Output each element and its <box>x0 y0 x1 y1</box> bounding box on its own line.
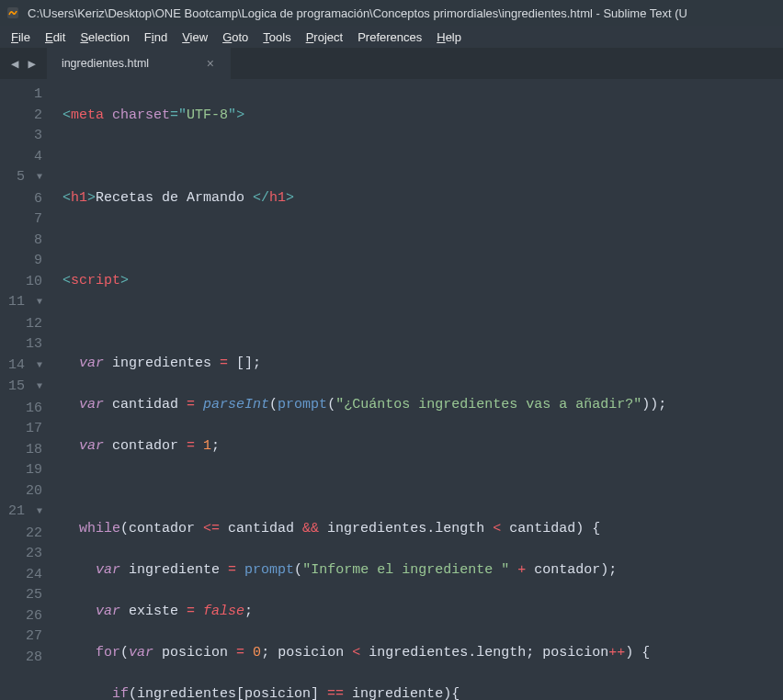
fold-icon[interactable]: ▼ <box>33 167 42 188</box>
code-line: for(var posicion = 0; posicion < ingredi… <box>62 643 666 664</box>
line-number: 26 <box>0 606 51 627</box>
line-number: 15 ▼ <box>0 377 51 399</box>
fold-icon[interactable]: ▼ <box>33 292 42 313</box>
code-line: var cantidad = parseInt(prompt("¿Cuántos… <box>62 395 666 416</box>
line-number: 19 <box>0 460 51 481</box>
code-line: <script> <box>62 271 666 292</box>
menu-preferences[interactable]: Preferences <box>350 28 429 46</box>
menu-project[interactable]: Project <box>299 28 350 46</box>
line-number: 14 ▼ <box>0 356 51 378</box>
line-number: 23 <box>0 544 51 565</box>
line-number: 5 ▼ <box>0 167 51 189</box>
code-line: var contador = 1; <box>62 436 666 457</box>
line-number: 18 <box>0 440 51 461</box>
menu-tools[interactable]: Tools <box>255 28 298 46</box>
fold-icon[interactable]: ▼ <box>33 356 42 377</box>
code-line: var ingredientes = []; <box>62 354 666 375</box>
nav-forward-icon[interactable]: ▶ <box>24 54 39 73</box>
line-number: 2 <box>0 106 51 127</box>
code-line <box>62 478 666 499</box>
tab-label: ingredientes.html <box>62 57 149 70</box>
line-number: 20 <box>0 481 51 502</box>
fold-icon[interactable]: ▼ <box>33 502 42 523</box>
line-number: 12 <box>0 314 51 335</box>
tab-ingredientes[interactable]: ingredientes.html × <box>47 48 231 79</box>
code-line: while(contador <= cantidad && ingredient… <box>62 519 666 540</box>
line-number: 4 <box>0 147 51 168</box>
app-icon <box>6 6 20 20</box>
line-number: 25 <box>0 585 51 606</box>
line-number: 3 <box>0 126 51 147</box>
line-number: 24 <box>0 565 51 586</box>
menu-help[interactable]: Help <box>429 28 469 46</box>
line-number: 10 <box>0 272 51 293</box>
menu-file[interactable]: File <box>4 28 38 46</box>
line-number: 17 <box>0 419 51 440</box>
nav-back-icon[interactable]: ◀ <box>7 54 22 73</box>
line-number: 7 <box>0 209 51 231</box>
tab-close-icon[interactable]: × <box>203 56 218 71</box>
gutter: 1 2 3 4 5 ▼ 6 7 8 9 10 11 ▼ 12 13 14 ▼ 1… <box>0 79 51 700</box>
fold-icon[interactable]: ▼ <box>33 377 42 398</box>
code-line <box>62 312 666 333</box>
line-number: 6 <box>0 189 51 210</box>
code-line: <h1>Recetas de Armando </h1> <box>62 188 666 209</box>
line-number: 8 <box>0 231 51 252</box>
code-line: if(ingredientes[posicion] == ingrediente… <box>62 684 666 701</box>
line-number: 9 <box>0 251 51 272</box>
code-line: var existe = false; <box>62 602 666 623</box>
code-line: <meta charset="UTF-8"> <box>62 106 666 127</box>
line-number: 13 <box>0 334 51 356</box>
editor[interactable]: 1 2 3 4 5 ▼ 6 7 8 9 10 11 ▼ 12 13 14 ▼ 1… <box>0 79 783 700</box>
menu-find[interactable]: Find <box>137 28 175 46</box>
line-number: 28 <box>0 648 51 669</box>
nav-arrows: ◀ ▶ <box>0 54 47 73</box>
line-number: 16 <box>0 399 51 420</box>
titlebar: C:\Users\Keriz\Desktop\ONE Bootcamp\Logi… <box>0 0 783 26</box>
menu-view[interactable]: View <box>175 28 215 46</box>
menu-selection[interactable]: Selection <box>73 28 136 46</box>
code-line <box>62 230 666 251</box>
line-number: 11 ▼ <box>0 292 51 314</box>
menu-edit[interactable]: Edit <box>38 28 73 46</box>
code-line: var ingrediente = prompt("Informe el ing… <box>62 560 666 581</box>
line-number: 27 <box>0 627 51 648</box>
line-number: 21 ▼ <box>0 502 51 524</box>
tab-bar: ◀ ▶ ingredientes.html × <box>0 48 783 79</box>
window-title: C:\Users\Keriz\Desktop\ONE Bootcamp\Logi… <box>28 6 687 20</box>
menubar: File Edit Selection Find View Goto Tools… <box>0 26 783 48</box>
line-number: 1 <box>0 85 51 106</box>
menu-goto[interactable]: Goto <box>215 28 255 46</box>
code-area[interactable]: <meta charset="UTF-8"> <h1>Recetas de Ar… <box>51 79 666 700</box>
code-line <box>62 147 666 168</box>
line-number: 22 <box>0 524 51 545</box>
